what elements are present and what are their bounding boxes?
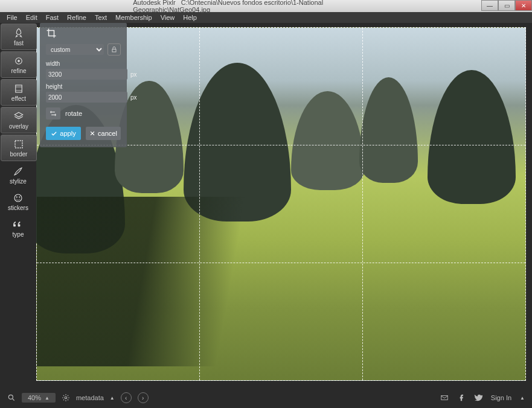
film-icon [13,83,24,94]
tool-type[interactable]: type [0,215,36,241]
quote-icon [13,219,24,230]
border-icon [13,139,24,150]
aspect-ratio-select[interactable]: custom [46,44,104,55]
tool-stickers[interactable]: stickers [0,188,36,215]
menu-file[interactable]: File [2,13,22,22]
window-controls: — ▭ ✕ [481,0,532,11]
crop-panel: custom width px height px rotate apply [40,23,127,147]
twitter-icon[interactable] [474,394,482,402]
brush-icon [13,166,24,177]
svg-point-7 [16,196,18,197]
prev-button[interactable]: ‹ [121,392,132,403]
svg-point-12 [65,397,67,399]
svg-rect-9 [112,49,116,53]
menu-text[interactable]: Text [91,13,111,22]
gear-icon[interactable] [62,394,70,402]
height-input[interactable] [46,92,127,103]
svg-line-11 [13,399,14,401]
window-titlebar: Autodesk Pixlr C:\Ontecnia\Nuevos fondos… [0,0,532,12]
x-icon [89,130,95,136]
crop-icon [46,28,57,39]
rocket-icon [13,28,24,39]
crop-grid-line [199,28,200,380]
swap-icon [49,109,57,118]
tool-sidebar: fast refine effect overlay border styliz… [0,23,36,387]
rotate-label: rotate [65,110,82,117]
metadata-label[interactable]: metadata [76,394,104,401]
menu-bar: File Edit Fast Refine Text Membership Vi… [0,12,532,23]
metadata-caret[interactable]: ▲ [110,395,115,401]
crop-grid-line [37,263,525,263]
svg-rect-5 [15,141,22,148]
window-title: Autodesk Pixlr C:\Ontecnia\Nuevos fondos… [133,0,399,13]
lock-icon [111,46,118,53]
menu-fast[interactable]: Fast [42,13,63,22]
tool-border[interactable]: border [1,135,37,161]
tool-refine[interactable]: refine [1,51,37,78]
status-bar: 40%▲ metadata ▲ ‹ › Sign In ▲ [0,387,532,408]
apply-button[interactable]: apply [46,127,81,140]
height-unit: px [130,94,137,101]
menu-help[interactable]: Help [179,13,201,22]
sign-in-link[interactable]: Sign In [491,394,511,401]
svg-point-6 [14,194,22,202]
sticker-icon [13,193,24,203]
width-input[interactable] [46,69,127,80]
close-button[interactable]: ✕ [515,0,532,11]
svg-point-8 [19,196,21,197]
menu-membership[interactable]: Membership [111,13,156,22]
lock-ratio-button[interactable] [107,43,121,56]
facebook-icon[interactable] [457,394,466,402]
tool-overlay[interactable]: overlay [1,107,37,133]
layers-icon [13,111,24,122]
maximize-button[interactable]: ▭ [498,0,515,11]
svg-point-10 [8,395,13,399]
crop-grid-line [362,28,363,380]
tool-fast[interactable]: fast [1,24,37,50]
mail-icon[interactable] [440,394,449,402]
menu-edit[interactable]: Edit [22,13,42,22]
width-unit: px [130,71,137,78]
signin-caret[interactable]: ▲ [520,395,525,401]
tool-effect[interactable]: effect [1,79,37,106]
width-label: width [46,60,121,67]
svg-rect-13 [441,396,448,400]
zoom-level[interactable]: 40%▲ [22,393,56,403]
height-label: height [46,83,121,90]
menu-view[interactable]: View [156,13,179,22]
rotate-button[interactable] [46,107,60,120]
workspace: fast refine effect overlay border styliz… [0,23,532,387]
target-icon [13,56,24,66]
tool-stylize[interactable]: stylize [0,162,36,188]
next-button[interactable]: › [138,392,149,403]
search-icon[interactable] [7,394,16,402]
svg-point-1 [18,60,20,62]
svg-rect-2 [16,85,22,92]
minimize-button[interactable]: — [481,0,498,11]
check-icon [51,130,57,137]
cancel-button[interactable]: cancel [86,127,121,140]
menu-refine[interactable]: Refine [63,13,91,22]
